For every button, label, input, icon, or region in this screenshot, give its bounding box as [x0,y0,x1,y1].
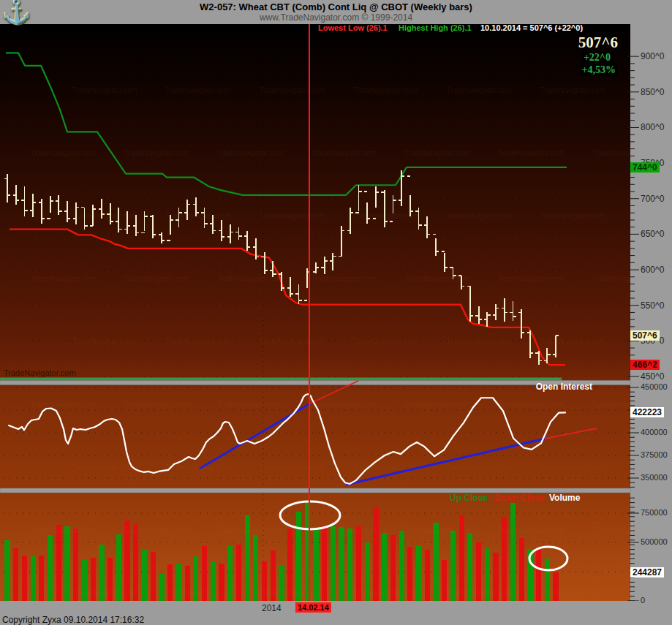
legend-lowest-low: Lowest Low (26).1 [318,23,388,32]
oi-axis-label: 400000 [641,428,668,436]
price-axis-label: 650^0 [641,229,664,239]
anchor-logo-icon: ⚓ [2,0,31,26]
price-badge: 466^2 [630,360,660,370]
watermark-text: TradeNavigator.com [4,368,76,377]
chart-background [0,24,630,601]
price-axis-label: 600^0 [641,265,664,275]
chart-header: W2-057: Wheat CBT (Comb) Cont Liq @ CBOT… [0,0,672,24]
price-axis-label: 450^0 [641,371,664,382]
copyright-text: Copyright Zyxa 09.10.2014 17:16:32 [2,615,144,625]
oi-axis-label: 450000 [641,382,668,391]
chart-subtitle: www.TradeNavigator.com © 1999-2014 [0,12,672,23]
vol-axis-label: 500000 [641,537,668,546]
price-badge: 744^0 [630,162,660,173]
open-interest-panel-label: Open Interest [526,382,592,392]
oi-axis-label: 375000 [641,450,668,459]
price-badge: 507^6 [630,330,660,341]
vol-axis-label: 0 [641,596,645,605]
volume-panel-label: Volume [549,493,580,503]
price-axis-label: 700^0 [641,194,664,204]
oi-axis-label: 350000 [641,473,668,482]
oi-badge: 422223 [630,407,664,417]
vol-axis-label: 750000 [641,508,668,517]
price-axis-label: 800^0 [641,122,664,132]
price-axis-label: 900^0 [641,51,664,61]
volume-down-close-label: Down Close [494,493,545,503]
trade-navigator-window: W2-057: Wheat CBT (Comb) Cont Liq @ CBOT… [0,0,672,625]
crosshair-date-badge: 14.02.14 [295,602,331,613]
price-axis-label: 850^0 [641,87,664,97]
volume-up-close-label: Up Close [450,493,488,503]
quote-change: +22^0 [581,52,613,64]
legend-last-bar-info: 10.10.2014 = 507^6 (+22^0) [480,23,583,32]
x-axis-year-label: 2014 [262,603,282,613]
chart-title: W2-057: Wheat CBT (Comb) Cont Liq @ CBOT… [0,0,672,12]
legend-highest-high: Highest High (26).1 [399,23,472,32]
price-axis-label: 550^0 [641,300,664,311]
vol-badge: 244287 [630,567,664,577]
quote-last-price: 507^6 [578,34,618,52]
quote-change-percent: +4,53% [580,64,618,76]
